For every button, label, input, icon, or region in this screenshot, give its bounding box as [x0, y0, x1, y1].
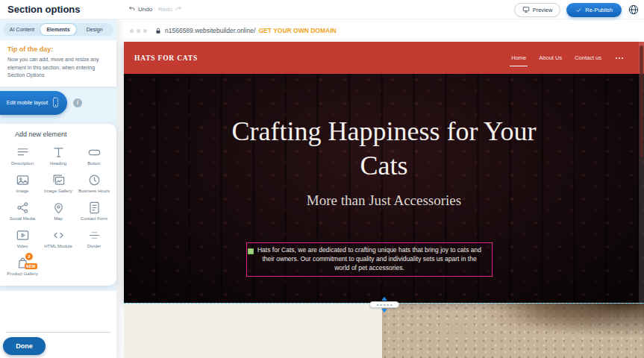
hero-heading[interactable]: Crafting Happiness for Your Cats [213, 74, 556, 183]
element-business-hours[interactable]: Business Hours [76, 173, 112, 194]
preview-scrollbar[interactable] [639, 42, 644, 303]
element-divider[interactable]: Divider [76, 228, 112, 249]
video-icon [16, 228, 30, 242]
topbar: Section options Undo Redo Preview Re-Pub… [0, 0, 644, 19]
add-element-title: Add new element [15, 131, 112, 138]
edit-mobile-label: Edit mobile layout [7, 100, 48, 105]
topbar-actions: Preview Re-Publish [514, 2, 640, 17]
site-url: n1566589.websitebuilder.online/ [165, 27, 255, 34]
edit-mobile-layout-button[interactable]: Edit mobile layout [0, 91, 67, 115]
republish-button[interactable]: Re-Publish [566, 3, 622, 17]
done-button[interactable]: Done [3, 337, 46, 355]
element-image[interactable]: Image [4, 173, 40, 194]
check-icon [575, 7, 582, 13]
preview-label: Preview [533, 7, 553, 13]
element-button[interactable]: Button [76, 145, 112, 166]
add-element-panel: Add new element Description Heading Butt… [0, 124, 116, 286]
arrow-down-icon [381, 309, 387, 313]
social-media-icon [16, 201, 30, 215]
divider-icon [87, 228, 101, 242]
tip-title: Tip of the day: [7, 45, 109, 53]
tab-design[interactable]: Design [76, 24, 113, 35]
get-domain-link[interactable]: GET YOUR OWN DOMAIN [258, 27, 336, 34]
element-product-gallery[interactable]: 2 NEW Product Gallery [4, 256, 40, 277]
contact-form-icon [87, 201, 101, 215]
undo-icon [128, 5, 136, 13]
site-nav: Home About Us Contact us [511, 54, 625, 61]
section-end-line [124, 303, 644, 304]
browser-bar: n1566589.websitebuilder.online/ GET YOUR… [124, 19, 644, 42]
lock-icon [154, 27, 162, 35]
tab-ai-content[interactable]: AI Content [4, 24, 40, 35]
redo-icon [175, 5, 182, 13]
redo-button[interactable]: Redo [158, 5, 182, 13]
new-tag-badge: NEW [25, 263, 37, 269]
button-icon [87, 145, 101, 160]
drag-dots-icon [376, 304, 393, 307]
element-heading[interactable]: Heading [40, 145, 76, 166]
element-grid: Description Heading Button Image Image G… [4, 145, 112, 277]
nav-contact-us[interactable]: Contact us [575, 54, 601, 61]
info-icon[interactable]: i [73, 98, 82, 107]
edit-mobile-row: Edit mobile layout i [0, 87, 116, 119]
image-gallery-icon [51, 173, 66, 187]
element-contact-form[interactable]: Contact Form [76, 201, 112, 222]
hero-section: Crafting Happiness for Your Cats More th… [124, 74, 644, 303]
preview-button[interactable]: Preview [514, 3, 561, 17]
tip-card: Tip of the day: Now you can add, move an… [0, 40, 116, 87]
website-canvas: HATS FOR CATS Home About Us Contact us C… [124, 42, 644, 303]
scrollbar-thumb[interactable] [640, 45, 643, 157]
sidebar-tabs: AI Content Elements Design [3, 23, 113, 36]
language-globe-icon[interactable] [628, 4, 640, 16]
carpet-photo [382, 304, 644, 358]
nav-about-us[interactable]: About Us [539, 54, 562, 61]
hero-subheading[interactable]: More than Just Accessories [124, 192, 644, 209]
element-image-gallery[interactable]: Image Gallery [40, 173, 76, 194]
undo-label: Undo [138, 6, 152, 13]
description-icon [16, 145, 30, 160]
element-description[interactable]: Description [4, 145, 40, 166]
element-video[interactable]: Video [4, 228, 40, 249]
arrow-up-icon [381, 297, 387, 301]
tip-body: Now you can add, move and resize any ele… [7, 56, 109, 80]
nav-more-icon[interactable] [614, 56, 625, 60]
section-resize-handle[interactable] [369, 297, 399, 313]
html-module-icon [51, 228, 66, 242]
undo-button[interactable]: Undo [128, 5, 152, 13]
site-logo[interactable]: HATS FOR CATS [134, 54, 198, 62]
app-root: Section options Undo Redo Preview Re-Pub… [0, 0, 644, 358]
image-icon [16, 173, 30, 187]
tab-elements[interactable]: Elements [40, 24, 77, 35]
heading-icon [51, 145, 66, 160]
element-resize-handle[interactable] [248, 248, 254, 254]
redo-label: Redo [158, 6, 172, 13]
browser-dot-icon [137, 29, 140, 33]
business-hours-icon [87, 173, 101, 187]
mobile-phone-icon [52, 97, 59, 108]
page-title: Section options [7, 4, 81, 15]
browser-dot-icon [143, 29, 147, 33]
monitor-icon [522, 6, 530, 13]
sidebar: AI Content Elements Design Tip of the da… [0, 19, 116, 358]
sidebar-divider [6, 332, 110, 333]
drag-pill[interactable] [369, 301, 399, 308]
sidebar-footer: Done [0, 291, 116, 358]
republish-label: Re-Publish [585, 7, 613, 13]
site-preview: n1566589.websitebuilder.online/ GET YOUR… [124, 19, 644, 358]
element-social-media[interactable]: Social Media [4, 201, 40, 222]
map-pin-icon [51, 201, 66, 215]
browser-dot-icon [130, 29, 134, 33]
site-header: HATS FOR CATS Home About Us Contact us [124, 42, 644, 74]
new-count-badge: 2 [25, 253, 33, 260]
nav-home[interactable]: Home [511, 54, 526, 61]
element-map[interactable]: Map [40, 201, 76, 222]
hero-paragraph[interactable]: Hats for Cats, we are dedicated to craft… [246, 242, 493, 277]
element-html-module[interactable]: HTML Module [40, 228, 76, 249]
